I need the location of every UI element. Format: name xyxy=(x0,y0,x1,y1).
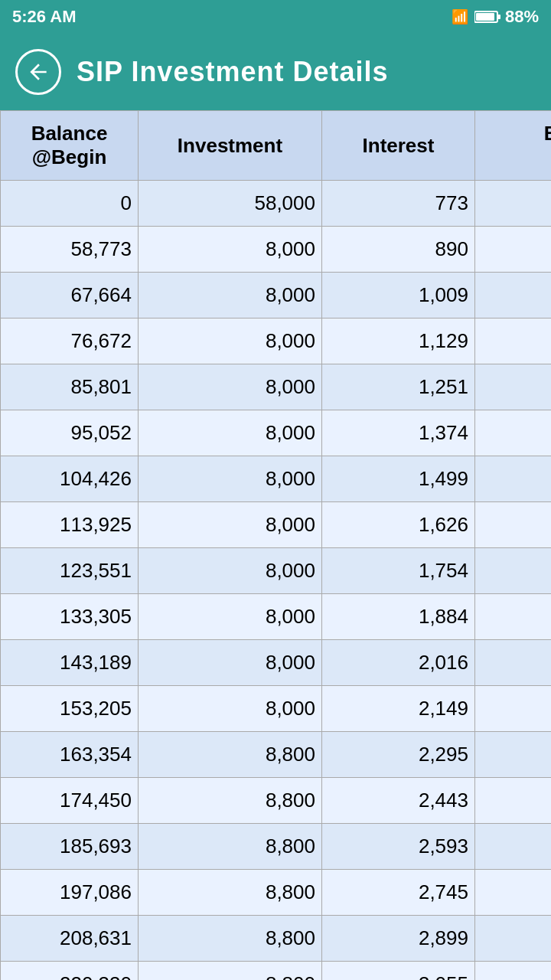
table-row: 67,6648,0001,00976,672 xyxy=(1,273,552,318)
cell-balance_end: 197,086 xyxy=(475,824,552,870)
cell-balance_end: 153,205 xyxy=(475,640,552,686)
table-row: 76,6728,0001,12985,801 xyxy=(1,318,552,364)
cell-balance_end: 123,551 xyxy=(475,502,552,548)
cell-interest: 3,055 xyxy=(322,962,475,981)
cell-balance_end: 174,450 xyxy=(475,732,552,778)
cell-interest: 1,884 xyxy=(322,594,475,640)
cell-balance_end: 58,773 xyxy=(475,181,552,227)
status-bar: 5:26 AM 📶 88% xyxy=(0,0,551,34)
table-row: 104,4268,0001,499113,925 xyxy=(1,456,552,502)
table-row: 143,1898,0002,016153,205 xyxy=(1,640,552,686)
cell-balance_end: 232,185 xyxy=(475,962,552,981)
table-row: 133,3058,0001,884143,189 xyxy=(1,594,552,640)
cell-investment: 8,800 xyxy=(139,732,322,778)
cell-interest: 2,443 xyxy=(322,778,475,824)
cell-balance_end: 113,925 xyxy=(475,456,552,502)
cell-balance_begin: 76,672 xyxy=(1,318,139,364)
battery-icon xyxy=(474,10,502,24)
cell-balance_end: 67,664 xyxy=(475,227,552,273)
cell-balance_begin: 143,189 xyxy=(1,640,139,686)
cell-interest: 773 xyxy=(322,181,475,227)
back-button[interactable] xyxy=(15,49,61,95)
cell-investment: 8,000 xyxy=(139,318,322,364)
col-balance-end: Balance@End xyxy=(475,111,552,181)
cell-interest: 2,593 xyxy=(322,824,475,870)
cell-interest: 1,129 xyxy=(322,318,475,364)
cell-balance_begin: 67,664 xyxy=(1,273,139,318)
cell-balance_begin: 123,551 xyxy=(1,548,139,594)
cell-balance_end: 185,693 xyxy=(475,778,552,824)
table-row: 123,5518,0001,754133,305 xyxy=(1,548,552,594)
cell-balance_end: 163,354 xyxy=(475,686,552,732)
table-row: 185,6938,8002,593197,086 xyxy=(1,824,552,870)
table-body: 058,00077358,77358,7738,00089067,66467,6… xyxy=(1,181,552,981)
table-row: 95,0528,0001,374104,426 xyxy=(1,410,552,456)
col-investment: Investment xyxy=(139,111,322,181)
cell-balance_begin: 0 xyxy=(1,181,139,227)
cell-investment: 8,000 xyxy=(139,548,322,594)
cell-balance_begin: 153,205 xyxy=(1,686,139,732)
cell-interest: 1,374 xyxy=(322,410,475,456)
cell-investment: 58,000 xyxy=(139,181,322,227)
svg-rect-1 xyxy=(497,15,500,19)
cell-interest: 2,745 xyxy=(322,870,475,916)
cell-investment: 8,000 xyxy=(139,227,322,273)
cell-balance_end: 95,052 xyxy=(475,364,552,410)
cell-interest: 1,251 xyxy=(322,364,475,410)
cell-balance_end: 220,330 xyxy=(475,916,552,962)
cell-investment: 8,000 xyxy=(139,502,322,548)
cell-interest: 1,626 xyxy=(322,502,475,548)
cell-investment: 8,000 xyxy=(139,364,322,410)
table-row: 058,00077358,773 xyxy=(1,181,552,227)
status-right: 📶 88% xyxy=(452,7,539,27)
cell-investment: 8,000 xyxy=(139,410,322,456)
table-row: 113,9258,0001,626123,551 xyxy=(1,502,552,548)
cell-interest: 1,499 xyxy=(322,456,475,502)
cell-balance_begin: 220,330 xyxy=(1,962,139,981)
cell-balance_begin: 58,773 xyxy=(1,227,139,273)
table-row: 174,4508,8002,443185,693 xyxy=(1,778,552,824)
status-time: 5:26 AM xyxy=(12,7,77,27)
table-row: 58,7738,00089067,664 xyxy=(1,227,552,273)
cell-investment: 8,000 xyxy=(139,594,322,640)
col-balance-begin: Balance@Begin xyxy=(1,111,139,181)
cell-balance_begin: 113,925 xyxy=(1,502,139,548)
table-row: 163,3548,8002,295174,450 xyxy=(1,732,552,778)
cell-balance_begin: 95,052 xyxy=(1,410,139,456)
svg-rect-2 xyxy=(476,13,494,21)
cell-balance_begin: 163,354 xyxy=(1,732,139,778)
cell-investment: 8,800 xyxy=(139,824,322,870)
cell-interest: 890 xyxy=(322,227,475,273)
cell-balance_begin: 185,693 xyxy=(1,824,139,870)
battery-percent: 88% xyxy=(505,7,539,27)
data-table-container: Balance@Begin Investment Interest Balanc… xyxy=(0,110,551,980)
page-title: SIP Investment Details xyxy=(77,56,389,88)
cell-interest: 1,009 xyxy=(322,273,475,318)
cell-investment: 8,000 xyxy=(139,686,322,732)
sip-table: Balance@Begin Investment Interest Balanc… xyxy=(0,110,551,980)
cell-investment: 8,800 xyxy=(139,962,322,981)
battery-indicator: 88% xyxy=(474,7,539,27)
signal-icon: 📶 xyxy=(452,8,468,25)
cell-investment: 8,000 xyxy=(139,640,322,686)
cell-interest: 2,016 xyxy=(322,640,475,686)
cell-balance_end: 143,189 xyxy=(475,594,552,640)
cell-balance_end: 76,672 xyxy=(475,273,552,318)
cell-investment: 8,800 xyxy=(139,916,322,962)
app-header: SIP Investment Details xyxy=(0,34,551,110)
table-row: 197,0868,8002,745208,631 xyxy=(1,870,552,916)
cell-investment: 8,000 xyxy=(139,273,322,318)
cell-investment: 8,800 xyxy=(139,870,322,916)
cell-interest: 2,149 xyxy=(322,686,475,732)
cell-investment: 8,800 xyxy=(139,778,322,824)
table-row: 85,8018,0001,25195,052 xyxy=(1,364,552,410)
cell-balance_end: 104,426 xyxy=(475,410,552,456)
table-row: 208,6318,8002,899220,330 xyxy=(1,916,552,962)
table-row: 220,3308,8003,055232,185 xyxy=(1,962,552,981)
cell-investment: 8,000 xyxy=(139,456,322,502)
cell-balance_end: 85,801 xyxy=(475,318,552,364)
cell-interest: 1,754 xyxy=(322,548,475,594)
cell-balance_end: 208,631 xyxy=(475,870,552,916)
cell-balance_begin: 208,631 xyxy=(1,916,139,962)
cell-interest: 2,899 xyxy=(322,916,475,962)
